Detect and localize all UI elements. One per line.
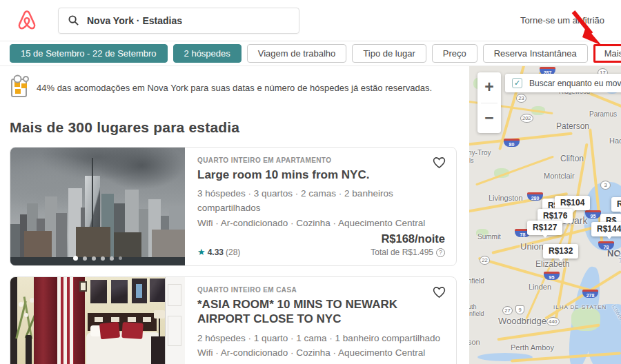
map-place-label: Clifton [560, 154, 584, 163]
map-price-pin[interactable]: R$104 [555, 196, 590, 210]
wishlist-heart-icon[interactable] [433, 156, 446, 169]
route-shield-icon: 440 [546, 317, 560, 326]
listing-photo-2[interactable] [10, 277, 185, 364]
listing-details: 3 hóspedes · 3 quartos · 2 camas · 2 ban… [197, 187, 445, 216]
map-price-pin[interactable]: R$127 [527, 221, 562, 235]
become-host-link[interactable]: Torne-se um anfitrião [520, 15, 604, 26]
map[interactable]: + − ✓ Buscar enquanto eu movo o m Ridgew… [469, 66, 621, 364]
listing-bottom-row: ★ 4.33 (28) R$168/noite Total de R$1.495… [197, 232, 445, 257]
search-icon [68, 15, 79, 26]
help-icon[interactable]: ? [436, 248, 445, 257]
zoom-in-button[interactable]: + [477, 72, 501, 103]
availability-banner: 44% das acomodações em Nova York para su… [11, 79, 457, 97]
listing-info-2: QUARTO INTEIRO EM CASA *ASIA ROOM* 10 MI… [185, 277, 456, 364]
map-place-label: Livingston [489, 194, 523, 202]
airbnb-search-page: Nova York · Estadias Torne-se um anfitri… [0, 0, 621, 364]
map-place-label: Hacke [609, 136, 621, 145]
route-shield-icon: 95 [544, 272, 560, 280]
listing-title: Large room 10 mins from NYC. [197, 168, 424, 182]
map-place-label: Summit [477, 233, 501, 241]
calendar-icon [11, 79, 27, 97]
listing-total: Total de R$1.495 ? [371, 247, 445, 257]
listing-details: 2 hóspedes · 1 quarto · 1 cama · 1 banhe… [197, 332, 445, 346]
route-shield-icon: 80 [504, 139, 520, 147]
map-place-label: Paramus [589, 110, 617, 118]
filter-more-filters-label: Mais filtros [604, 48, 621, 59]
filter-work-trip[interactable]: Viagem de trabalho [247, 44, 347, 63]
route-shield-icon: 280 [527, 192, 543, 201]
map-place-label: ILHA DE STATEN [553, 304, 607, 310]
filter-place-type[interactable]: Tipo de lugar [352, 44, 426, 63]
search-input[interactable]: Nova York · Estadias [58, 8, 299, 34]
map-place-label: ls [469, 157, 474, 164]
route-shield-icon: 95 [585, 210, 601, 219]
map-place-label: Montclair [544, 172, 575, 180]
route-shield-icon: 78 [598, 241, 614, 250]
map-search-toggle-label: Buscar enquanto eu movo o m [529, 79, 621, 88]
route-shield-icon: 9 [515, 305, 524, 314]
map-search-toggle[interactable]: ✓ Buscar enquanto eu movo o m [505, 74, 621, 92]
map-price-pin[interactable]: R$144 [591, 222, 621, 236]
map-place-label: Elizabeth [535, 259, 569, 269]
listing-price-block: R$168/noite Total de R$1.495 ? [371, 232, 445, 257]
search-query-text: Nova York · Estadias [87, 15, 182, 26]
route-shield-icon: 3 [600, 181, 611, 190]
checkbox-checked-icon[interactable]: ✓ [512, 78, 522, 88]
map-place-label: Linden [529, 283, 551, 291]
route-shield-icon: 23 [516, 94, 526, 103]
review-count: (28) [226, 247, 240, 257]
listing-amenities: Wifi · Ar-condicionado · Cozinha · Aquec… [197, 216, 445, 231]
map-place-label: nfield [469, 277, 484, 285]
listing-amenities: Wifi · Ar-condicionado · Cozinha · Aquec… [197, 346, 445, 361]
listing-rating: ★ 4.33 (28) [197, 247, 240, 257]
filter-bar: 15 de Setembro - 22 de Setembro 2 hósped… [0, 41, 621, 66]
filter-more-filters[interactable]: Mais filtros [593, 44, 621, 63]
listing-category: QUARTO INTEIRO EM CASA [197, 286, 445, 294]
top-header: Nova York · Estadias Torne-se um anfitri… [0, 0, 621, 41]
map-place-label: nfield [469, 310, 484, 317]
listing-title: *ASIA ROOM* 10 MINS TO NEWARK AIRPORT CL… [197, 297, 424, 327]
results-heading: Mais de 300 lugares para estadia [10, 119, 458, 136]
map-place-label: Paterson [556, 121, 589, 131]
listing-total-text: Total de R$1.495 [371, 247, 433, 257]
listing-info-1: QUARTO INTEIRO EM APARTAMENTO Large room… [185, 148, 456, 265]
listing-price: R$168/noite [371, 232, 445, 245]
rating-value: 4.33 [208, 247, 224, 257]
map-place-label: uth [469, 303, 477, 310]
map-place-label: Woodbridge [498, 316, 546, 326]
photo-carousel-dots[interactable] [10, 256, 185, 261]
zoom-out-button[interactable]: − [477, 103, 501, 134]
skyline-photo-art [10, 148, 185, 265]
star-icon: ★ [197, 247, 206, 257]
results-panel: 44% das acomodações em Nova York para su… [0, 66, 469, 364]
map-place-label: Perth Amboy [511, 343, 554, 352]
map-place-label: ny-Troy [469, 149, 491, 156]
map-zoom-control: + − [477, 72, 501, 133]
wishlist-heart-icon[interactable] [433, 286, 446, 299]
filter-price[interactable]: Preço [432, 44, 477, 63]
map-place-label: Union [520, 241, 544, 252]
route-shield-icon: 278 [582, 290, 598, 298]
filter-dates[interactable]: 15 de Setembro - 22 de Setembro [10, 44, 168, 63]
map-price-pin[interactable]: R$132 [543, 244, 578, 259]
bedroom-photo-art [10, 277, 185, 364]
filter-instant-book[interactable]: Reserva Instantânea [483, 44, 588, 63]
filter-guests[interactable]: 2 hóspedes [173, 44, 241, 63]
listing-card-1[interactable]: QUARTO INTEIRO EM APARTAMENTO Large room… [10, 147, 457, 266]
availability-banner-text: 44% das acomodações em Nova York para su… [37, 83, 432, 93]
route-shield-icon: 22 [480, 256, 490, 265]
airbnb-logo-icon[interactable] [15, 8, 39, 33]
listing-card-2[interactable]: QUARTO INTEIRO EM CASA *ASIA ROOM* 10 MI… [10, 276, 457, 364]
route-shield-icon: 202 [520, 114, 533, 123]
map-price-pin[interactable]: R$ [611, 197, 621, 212]
map-place-label: son [469, 338, 480, 346]
listing-category: QUARTO INTEIRO EM APARTAMENTO [197, 156, 445, 164]
listing-photo-1[interactable] [10, 148, 185, 265]
route-shield-icon: 27 [502, 306, 513, 315]
